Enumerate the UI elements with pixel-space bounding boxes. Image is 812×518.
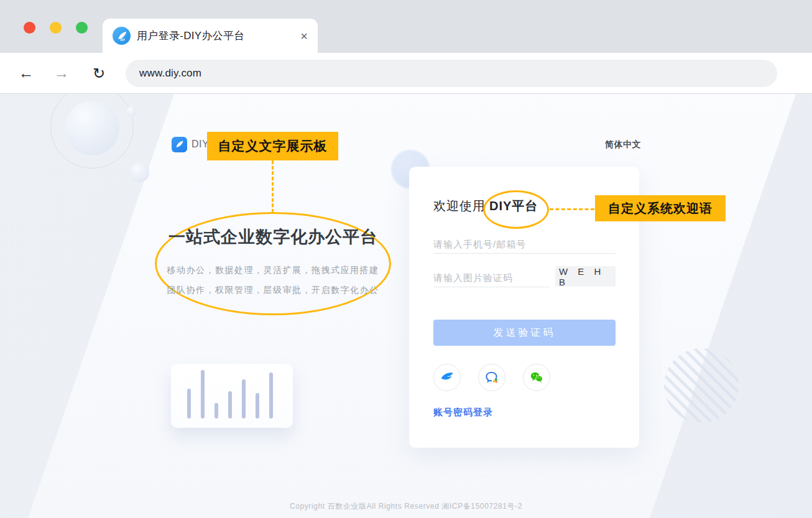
bar — [242, 379, 246, 419]
password-login-link[interactable]: 账号密码登录 — [433, 407, 493, 419]
bar — [215, 403, 218, 419]
send-code-button[interactable]: 发送验证码 — [433, 320, 616, 346]
annotation-ellipse-welcome — [483, 190, 549, 229]
hero-subtitle-line1: 移动办公，数据处理，灵活扩展，拖拽式应用搭建 — [149, 265, 397, 276]
minimize-window-button[interactable] — [50, 22, 62, 34]
captcha-image[interactable]: W E H B — [555, 266, 616, 287]
sphere-decoration — [126, 106, 137, 117]
striped-circle-decoration — [664, 348, 739, 423]
bar-chart-illustration — [171, 364, 293, 428]
phone-email-input[interactable] — [433, 235, 616, 254]
annotation-connector-horizontal — [550, 208, 594, 210]
site-favicon-feather-icon: DIY — [113, 27, 131, 45]
close-window-button[interactable] — [24, 22, 35, 34]
svg-text:DIY: DIY — [120, 38, 125, 41]
reload-icon[interactable]: ↻ — [86, 65, 111, 82]
captcha-input[interactable] — [433, 269, 549, 287]
copyright-text: Copyright 百数企业版All Rights Reserved 湘ICP备… — [0, 501, 812, 512]
wechat-icon[interactable] — [523, 364, 550, 391]
welcome-prefix: 欢迎使用 — [433, 199, 486, 213]
hero-title: 一站式企业数字化办公平台 — [154, 226, 392, 248]
annotation-connector-vertical — [272, 160, 274, 213]
bar — [256, 393, 259, 419]
bar — [228, 391, 232, 419]
browser-tab-bar: DIY 用户登录-DIY办公平台 × — [0, 0, 812, 53]
tab-close-icon[interactable]: × — [300, 30, 308, 42]
social-login-row — [433, 364, 550, 391]
forward-arrow-icon[interactable]: → — [49, 64, 74, 82]
page-content: DIY办公平台 简体中文 自定义文字展示板 自定义系统欢迎语 一站式企业数字化办… — [0, 94, 812, 518]
back-arrow-icon[interactable]: ← — [14, 64, 39, 82]
bar-chart — [187, 370, 273, 419]
annotation-welcome-text: 自定义系统欢迎语 — [595, 195, 726, 221]
browser-tab[interactable]: DIY 用户登录-DIY办公平台 × — [103, 19, 318, 53]
tab-title: 用户登录-DIY办公平台 — [137, 29, 295, 43]
annotation-text-board: 自定义文字展示板 — [207, 132, 338, 160]
maximize-window-button[interactable] — [76, 22, 88, 34]
address-bar[interactable]: www.diy.com — [126, 60, 777, 87]
hero-subtitle-line2: 团队协作，权限管理，层级审批，开启数字化办公 — [149, 285, 397, 296]
language-selector[interactable]: 简体中文 — [605, 139, 641, 150]
sphere-decoration — [130, 163, 149, 182]
wecom-icon[interactable] — [478, 364, 505, 391]
dingtalk-icon[interactable] — [433, 364, 461, 391]
sphere-decoration — [65, 101, 119, 155]
bar — [187, 389, 191, 419]
bar — [269, 372, 273, 419]
logo-feather-icon — [172, 137, 187, 152]
browser-toolbar: ← → ↻ www.diy.com — [0, 53, 812, 94]
browser-window: DIY 用户登录-DIY办公平台 × ← → ↻ www.diy.com — [0, 0, 812, 518]
url-text: www.diy.com — [139, 67, 201, 80]
bar — [201, 370, 205, 419]
